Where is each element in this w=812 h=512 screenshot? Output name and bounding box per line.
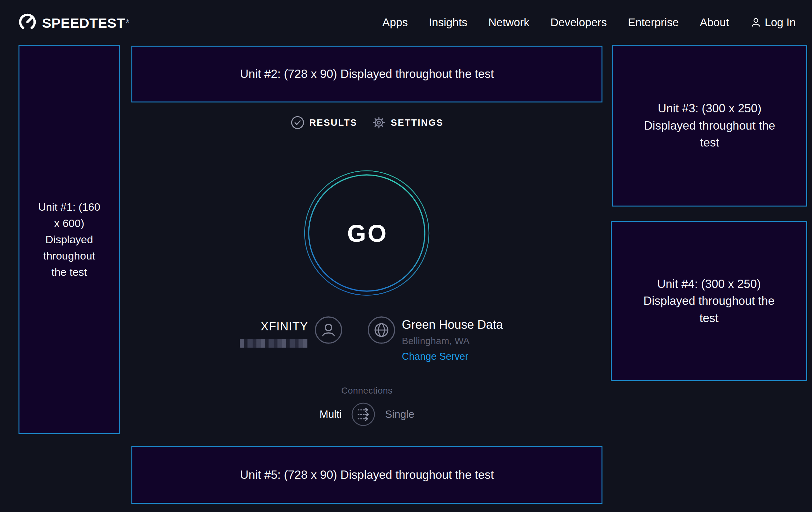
isp-user-icon: [315, 316, 343, 344]
isp-address-redacted: [240, 339, 308, 348]
user-icon: [750, 17, 762, 28]
ad-unit-1-text: Unit #1: (160 x 600) Displayed throughou…: [35, 199, 103, 280]
tab-settings[interactable]: SETTINGS: [372, 115, 443, 130]
ad-unit-2-text: Unit #2: (728 x 90) Displayed throughout…: [240, 65, 494, 83]
go-button-label: GO: [303, 170, 430, 296]
nav-item-about[interactable]: About: [700, 16, 729, 29]
ad-unit-5-text: Unit #5: (728 x 90) Displayed throughout…: [240, 466, 494, 484]
connections-toggle-row: Multi Single: [132, 402, 603, 427]
server-name: Green House Data: [402, 318, 503, 332]
server-globe-icon: [368, 316, 396, 344]
logo-text: SPEEDTEST®: [42, 11, 129, 33]
change-server-link[interactable]: Change Server: [402, 351, 468, 362]
top-nav-bar: SPEEDTEST® Apps Insights Network Develop…: [0, 0, 812, 45]
isp-block: XFINITY: [231, 315, 308, 348]
connections-mode-toggle[interactable]: [351, 402, 375, 427]
nav-item-network[interactable]: Network: [488, 16, 529, 29]
multi-connection-arrows-icon: [351, 402, 375, 427]
connections-section: Connections Multi Single: [132, 385, 603, 427]
ad-unit-4-text: Unit #4: (300 x 250) Displayed throughou…: [637, 275, 781, 327]
login-button[interactable]: Log In: [750, 16, 796, 29]
login-label: Log In: [765, 16, 796, 29]
go-button[interactable]: GO: [303, 170, 430, 296]
main-nav: Apps Insights Network Developers Enterpr…: [382, 16, 796, 29]
server-location: Bellingham, WA: [402, 335, 503, 346]
trademark-mark: ®: [126, 19, 129, 24]
ad-unit-2-leaderboard[interactable]: Unit #2: (728 x 90) Displayed throughout…: [132, 46, 603, 103]
ad-unit-4-rectangle[interactable]: Unit #4: (300 x 250) Displayed throughou…: [611, 221, 807, 381]
server-block: Green House Data Bellingham, WA Change S…: [402, 315, 503, 362]
ad-unit-5-leaderboard[interactable]: Unit #5: (728 x 90) Displayed throughout…: [132, 446, 603, 504]
ad-unit-1-skyscraper[interactable]: Unit #1: (160 x 600) Displayed throughou…: [19, 45, 120, 434]
tab-settings-label: SETTINGS: [391, 117, 443, 128]
connection-info-row: XFINITY Green House Data Bellingham, WA …: [132, 315, 603, 362]
nav-item-insights[interactable]: Insights: [429, 16, 468, 29]
tab-results-label: RESULTS: [309, 117, 357, 128]
speedtest-logo[interactable]: SPEEDTEST®: [17, 11, 129, 33]
ad-unit-3-rectangle[interactable]: Unit #3: (300 x 250) Displayed throughou…: [612, 45, 807, 207]
ad-unit-3-text: Unit #3: (300 x 250) Displayed throughou…: [638, 100, 782, 151]
check-circle-icon: [291, 115, 304, 130]
nav-item-apps[interactable]: Apps: [382, 16, 408, 29]
results-settings-tabs: RESULTS SETTINGS: [132, 115, 603, 130]
speedometer-icon: [17, 12, 38, 32]
gear-icon: [372, 115, 386, 130]
nav-item-enterprise[interactable]: Enterprise: [628, 16, 679, 29]
isp-name: XFINITY: [231, 320, 308, 333]
nav-item-developers[interactable]: Developers: [550, 16, 607, 29]
connections-option-single[interactable]: Single: [385, 408, 414, 421]
tab-results[interactable]: RESULTS: [291, 115, 357, 130]
connections-label: Connections: [132, 385, 603, 396]
connections-option-multi[interactable]: Multi: [320, 408, 342, 421]
